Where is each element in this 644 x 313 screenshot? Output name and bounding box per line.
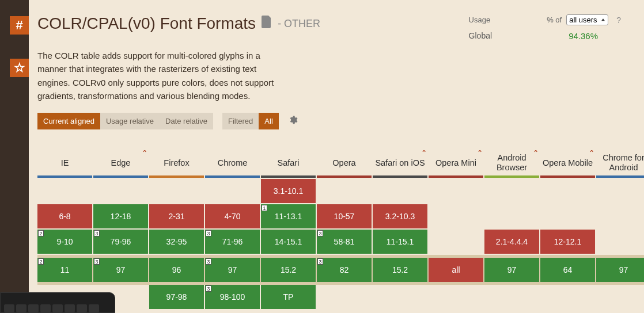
note-badge: 2 xyxy=(38,230,44,236)
support-cell[interactable]: 973 xyxy=(93,258,148,282)
accent-bar xyxy=(93,175,148,178)
note-asterisk: * xyxy=(589,150,594,159)
note-asterisk: * xyxy=(422,150,426,159)
browser-header[interactable]: Safari on iOS* xyxy=(373,150,427,175)
support-cell[interactable]: 97 xyxy=(484,258,539,282)
support-cell[interactable]: 973 xyxy=(205,258,260,282)
spec-icon[interactable] xyxy=(262,16,272,32)
support-cell[interactable]: 58-813 xyxy=(317,230,372,254)
support-cell[interactable]: 823 xyxy=(317,258,372,282)
support-cell xyxy=(429,204,483,228)
support-cell[interactable]: all xyxy=(429,258,483,282)
usage-select[interactable]: all users xyxy=(566,14,608,25)
note-badge: 2 xyxy=(38,258,44,265)
global-label: Global xyxy=(469,31,492,41)
filtered-button[interactable]: Filtered xyxy=(222,113,259,129)
support-cell xyxy=(429,285,483,309)
note-badge: 3 xyxy=(206,230,211,236)
gear-icon[interactable] xyxy=(288,115,298,128)
accent-bar xyxy=(596,175,644,178)
accent-bar xyxy=(149,175,204,178)
date-relative-button[interactable]: Date relative xyxy=(160,113,213,129)
support-cell xyxy=(596,285,644,309)
note-asterisk: * xyxy=(478,150,482,159)
current-aligned-button[interactable]: Current aligned xyxy=(37,113,100,129)
support-cell xyxy=(317,285,372,309)
note-badge: 3 xyxy=(94,230,100,236)
support-cell[interactable]: 4-70 xyxy=(205,204,260,228)
support-cell[interactable]: 64 xyxy=(540,258,595,282)
support-cell[interactable]: 79-963 xyxy=(93,230,148,254)
support-cell xyxy=(373,179,427,203)
star-icon[interactable]: ☆ xyxy=(10,59,29,77)
browser-header[interactable]: Safari xyxy=(261,150,316,175)
support-cell xyxy=(429,230,483,254)
support-cell xyxy=(149,179,204,203)
browser-header[interactable]: Opera Mobile* xyxy=(540,150,595,175)
note-badge: 1 xyxy=(262,205,267,211)
support-cell[interactable]: 3.2-10.3 xyxy=(373,204,427,228)
support-cell[interactable]: 9-102 xyxy=(37,230,92,254)
note-badge: 3 xyxy=(206,258,211,265)
support-cell[interactable]: 12-12.1 xyxy=(540,230,595,254)
support-cell[interactable]: 11-13.11 xyxy=(261,204,316,228)
support-cell xyxy=(596,204,644,228)
pct-of-label: % of xyxy=(547,16,562,24)
support-cell[interactable]: 15.2 xyxy=(261,258,316,282)
support-cell xyxy=(596,179,644,203)
browser-header[interactable]: Edge* xyxy=(93,150,148,175)
support-cell[interactable]: 97 xyxy=(596,258,644,282)
main-panel: COLR/CPAL(v0) Font Formats - OTHER Usage… xyxy=(29,0,644,313)
support-cell[interactable]: 32-95 xyxy=(149,230,204,254)
hash-icon[interactable]: # xyxy=(10,16,29,35)
support-cell[interactable]: TP xyxy=(261,285,316,309)
note-asterisk: * xyxy=(142,150,147,159)
accent-bar xyxy=(484,175,539,178)
support-cell xyxy=(373,285,427,309)
browser-header[interactable]: Chrome xyxy=(205,150,260,175)
help-icon[interactable]: ? xyxy=(616,16,621,25)
support-cell xyxy=(317,179,372,203)
support-cell xyxy=(37,179,92,203)
support-cell[interactable]: 98-1003 xyxy=(205,285,260,309)
browser-header[interactable]: Firefox xyxy=(149,150,204,175)
browser-header[interactable]: Opera Mini* xyxy=(429,150,483,175)
accent-bar xyxy=(373,175,427,178)
all-button[interactable]: All xyxy=(259,113,278,129)
accent-bar xyxy=(205,175,260,178)
browser-header[interactable]: IE xyxy=(37,150,92,175)
feature-description: The COLR table adds support for multi-co… xyxy=(37,49,291,102)
support-cell xyxy=(484,179,539,203)
support-cell[interactable]: 97-98 xyxy=(149,285,204,309)
support-cell[interactable]: 2.1-4.4.4 xyxy=(484,230,539,254)
support-cell[interactable]: 71-963 xyxy=(205,230,260,254)
support-table: IEEdge*FirefoxChromeSafariOperaSafari on… xyxy=(37,150,644,310)
accent-bar xyxy=(540,175,595,178)
support-cell[interactable]: 14-15.1 xyxy=(261,230,316,254)
browser-header[interactable]: Chrome for Android xyxy=(596,150,644,175)
support-cell[interactable]: 112 xyxy=(37,258,92,282)
support-cell[interactable]: 2-31 xyxy=(149,204,204,228)
support-cell[interactable]: 10-57 xyxy=(317,204,372,228)
support-cell xyxy=(484,285,539,309)
support-cell[interactable]: 12-18 xyxy=(93,204,148,228)
support-cell xyxy=(540,204,595,228)
support-cell[interactable]: 3.1-10.1 xyxy=(261,179,316,203)
usage-relative-button[interactable]: Usage relative xyxy=(100,113,160,129)
support-cell[interactable]: 6-8 xyxy=(37,204,92,228)
support-cell xyxy=(540,179,595,203)
support-cell xyxy=(596,230,644,254)
accent-bar xyxy=(317,175,372,178)
global-percentage: 94.36% xyxy=(569,31,598,41)
note-badge: 3 xyxy=(317,230,323,236)
support-cell[interactable]: 96 xyxy=(149,258,204,282)
view-controls: Current aligned Usage relative Date rela… xyxy=(37,113,644,129)
browser-header[interactable]: Android Browser* xyxy=(484,150,539,175)
support-cell xyxy=(484,204,539,228)
note-badge: 3 xyxy=(94,258,100,265)
support-cell xyxy=(93,179,148,203)
support-cell xyxy=(429,179,483,203)
support-cell[interactable]: 15.2 xyxy=(373,258,427,282)
browser-header[interactable]: Opera xyxy=(317,150,372,175)
support-cell[interactable]: 11-15.1 xyxy=(373,230,427,254)
